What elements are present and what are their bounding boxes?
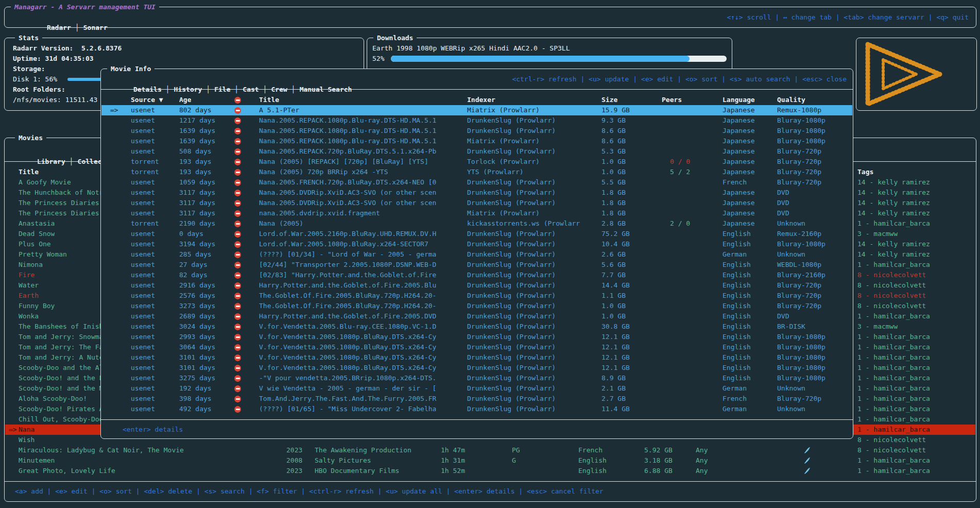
rejected-icon [234,313,241,320]
modal-footer-keybindings: <enter> details [123,425,183,435]
result-indexer: DrunkenSlug (Prowlarr) [467,188,600,198]
tab-radarr[interactable]: Radarr [47,24,71,31]
rejected-icon [234,169,241,176]
movie-title: Nimona [19,260,43,270]
search-result-row[interactable]: usenet3101 daysV.for.Vendetta.2005.1080p… [101,352,852,363]
search-result-row[interactable]: usenet3273 daysThe.Goblet.Of.Fire.2005.B… [101,301,852,311]
search-result-row[interactable]: torrent193 daysNana (2005) 720p BRRip x2… [101,167,852,177]
result-indexer: DrunkenSlug (Prowlarr) [467,270,600,280]
movie-year: 2008 [286,455,302,466]
rejected-icon [234,365,241,371]
search-result-row[interactable]: =>usenet802 daysA 5.1-PTerMiatrix (Prowl… [101,105,852,115]
search-result-row[interactable]: usenet285 days(????) [01/34] - "Lord of … [101,249,852,260]
indexer-column-header[interactable]: Indexer [467,95,600,105]
search-result-row[interactable]: usenet3117 daysNana.2005.DVDRip.XviD.AC3… [101,198,852,208]
movie-language: English [578,466,607,476]
result-quality: DVD [777,208,849,218]
peers-column-header[interactable]: Peers [662,95,682,105]
result-language: English [723,301,751,311]
movie-tag: 8 - nicolecolvett [857,270,926,280]
movie-title: Fire [19,270,35,280]
tab-sonarr[interactable]: Sonarr [83,24,108,31]
search-result-row[interactable]: usenet3275 days-"V pour vendetta.2005.BR… [101,373,852,383]
movie-row[interactable]: Great Photo, Lovely Life2023HBO Document… [5,466,975,476]
movie-title: The Banshees of Inish [19,321,103,332]
result-source: usenet [131,342,155,352]
result-source: usenet [131,383,155,394]
search-result-row[interactable]: usenet27 days[02/44] "Transporter 2.2005… [101,260,852,270]
movie-row[interactable]: Miraculous: Ladybug & Cat Noir, The Movi… [5,445,975,455]
quality-column-header[interactable]: Quality [777,95,849,105]
result-age: 27 days [179,260,208,270]
source-column-header[interactable]: Source ▼ [131,95,163,105]
result-language: Japanese [723,105,755,115]
rejected-icon [234,344,241,351]
movie-title: Miraculous: Ladybug & Cat Noir, The Movi… [19,445,184,455]
search-result-row[interactable]: usenet3194 daysLord.of.War.2005.1080p.Bl… [101,239,852,249]
selection-arrow: => [9,425,17,435]
search-result-row[interactable]: usenet2689 daysHarry.Potter.and.the.Gobl… [101,311,852,321]
result-source: usenet [131,270,155,280]
movie-size: 3.18 GB [644,455,673,466]
tags-column-header[interactable]: Tags [857,167,873,177]
search-result-row[interactable]: usenet508 daysNana.2005.REPACK.720p.BluR… [101,146,852,157]
search-result-row[interactable]: torrent193 daysNana (2005) [REPACK] [720… [101,157,852,167]
search-result-row[interactable]: usenet1059 daysNana.2005.FRENCH.720p.Blu… [101,177,852,188]
result-size: 12.1 GB [601,352,630,363]
movie-tag: 8 - nicolecolvett [857,435,926,445]
search-result-row[interactable]: usenet1639 daysNana.2005.REPACK.1080p.Bl… [101,136,852,146]
rejected-icon [234,293,241,299]
movie-tag: 1 - hamilcar_barca [857,394,930,404]
result-source: usenet [131,239,155,249]
result-title: Harry.Potter.and.the.Goblet.of.Fire.2005… [259,311,465,321]
search-result-row[interactable]: usenet3101 daysV.for.Vendetta.2005.1080p… [101,363,852,373]
movie-tag: 14 - kelly ramirez [857,249,930,260]
result-language: German [723,249,747,260]
movie-tag: 1 - hamilcar_barca [857,455,930,466]
search-result-row[interactable]: usenet82 days[02/83] "Harry.Potter.and.t… [101,270,852,280]
result-age: 82 days [179,270,208,280]
age-column-header[interactable]: Age [179,95,191,105]
result-source: usenet [131,311,155,321]
movie-row[interactable]: Minutemen2008Salty Pictures1h 31mGEnglis… [5,455,975,466]
search-result-row[interactable]: torrent2190 daysNana (2005)kickasstorren… [101,218,852,229]
search-result-row[interactable]: usenet3024 daysV.for.Vendetta.2005.Blu-r… [101,321,852,332]
search-result-row[interactable]: usenet398 daysTom.And.Jerry.The.Fast.And… [101,394,852,404]
result-language: English [723,260,751,270]
result-source: usenet [131,260,155,270]
movie-title: Nana [19,425,35,435]
movie-runtime: 1h 31m [441,455,465,466]
title-column-header[interactable]: Title [19,167,39,177]
language-column-header[interactable]: Language [723,95,755,105]
result-title: -"V pour vendetta.2005.BRrip.1080p.x264-… [259,373,465,383]
title-column-header[interactable]: Title [259,95,465,105]
search-result-row[interactable]: usenet2916 daysHarry.Potter.and.the.Gobl… [101,280,852,291]
search-result-row[interactable]: usenet192 daysV wie Vendetta - 2005 - ge… [101,383,852,394]
movie-title: The Princess Diaries [19,198,99,208]
search-result-row[interactable]: usenet0 daysLord.of.War.2005.2160p.BluRa… [101,229,852,239]
result-age: 3117 days [179,198,215,208]
stats-title: Stats [15,33,42,43]
search-result-row[interactable]: usenet1639 daysNana.2005.REPACK.1080p.Bl… [101,126,852,136]
size-column-header[interactable]: Size [601,95,617,105]
movies-keybindings: <a> add | <e> edit | <o> sort | <del> de… [15,486,604,497]
result-age: 2993 days [179,332,215,342]
result-title: Nana (2005) [259,218,465,229]
search-result-row[interactable]: usenet3117 daysNana.2005.DVDRip.XviD.AC3… [101,188,852,198]
result-indexer: DrunkenSlug (Prowlarr) [467,239,600,249]
search-result-row[interactable]: usenet2576 daysThe.Goblet.Of.Fire.2005.B… [101,291,852,301]
result-title: Nana.2005.REPACK.1080p.Blu-ray.DTS-HD.MA… [259,126,465,136]
result-language: English [723,311,751,321]
search-result-row[interactable]: usenet492 days(????) [01/65] - "Miss Und… [101,404,852,414]
result-age: 508 days [179,146,212,157]
result-source: usenet [131,198,155,208]
search-result-row[interactable]: usenet3117 daysnana.2005.dvdrip.xvid.fra… [101,208,852,218]
search-result-row[interactable]: usenet3064 daysV.for.Vendetta.2005.1080p… [101,342,852,352]
search-result-row[interactable]: usenet1217 daysNana.2005.REPACK.1080p.Bl… [101,115,852,126]
result-language: Japanese [723,126,755,136]
result-indexer: DrunkenSlug (Prowlarr) [467,352,600,363]
result-title: V.for.Vendetta.2005.1080p.BluRay.DTS.x26… [259,342,465,352]
result-language: Japanese [723,167,755,177]
result-quality: Bluray-1080p [777,363,849,373]
search-result-row[interactable]: usenet2993 daysV.for.Vendetta.2005.1080p… [101,332,852,342]
